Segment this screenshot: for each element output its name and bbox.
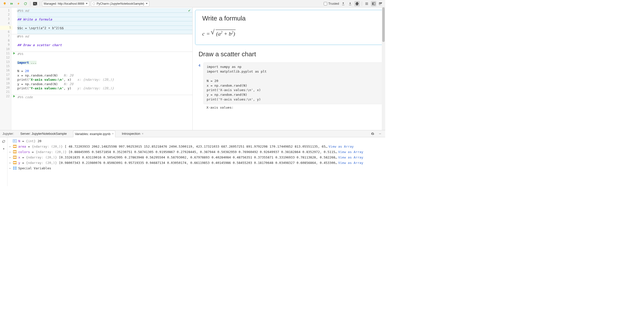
chevron-down-icon — [146, 3, 148, 4]
code-line[interactable]: ## Write a formula — [17, 17, 192, 21]
trusted-checkbox-input[interactable] — [324, 2, 327, 5]
jupyter-label: Jupyter: — [2, 132, 14, 135]
code-line[interactable]: x = np.random.rand(N) N: 20 — [17, 73, 192, 77]
chevron-down-icon — [86, 3, 88, 4]
tab-server[interactable]: Server: JupyterNotebookSample — [19, 130, 68, 137]
line-number[interactable]: 8 — [0, 38, 11, 43]
line-number[interactable]: 3 — [0, 17, 11, 21]
code-line[interactable]: #%% — [17, 52, 192, 56]
line-number[interactable]: 12 — [0, 55, 11, 60]
code-line[interactable]: print('X-axis values:\n', x) x: {ndarray… — [17, 77, 192, 82]
line-number[interactable]: 15 — [0, 64, 11, 68]
code-line[interactable]: $$c = \sqrt(a^2 + b^2)$$ — [17, 26, 192, 30]
server-dropdown-label: Managed: http://localhost:8888 — [44, 2, 84, 5]
settings-icon[interactable] — [1, 146, 6, 152]
jupyter-tabs: Jupyter: Server: JupyterNotebookSample V… — [0, 130, 385, 137]
preview-scrollbar[interactable] — [382, 7, 385, 130]
ndarray-type-icon — [13, 155, 17, 159]
notebook-toolbar: DL Managed: http://localhost:8888 PyChar… — [0, 0, 385, 7]
line-number[interactable]: 2 — [0, 12, 11, 17]
code-only-view-icon[interactable] — [364, 1, 370, 6]
code-line[interactable]: y = np.random.rand(N) N: 20 — [17, 82, 192, 86]
variable-row[interactable]: ▸ colors = {ndarray: (20,)} [0.88845995 … — [10, 149, 383, 155]
svg-text:DL: DL — [34, 3, 36, 4]
refresh-icon[interactable] — [1, 139, 6, 144]
code-line[interactable] — [17, 21, 192, 25]
ndarray-type-icon — [13, 145, 17, 148]
view-as-array-link[interactable]: View as Array — [328, 145, 354, 148]
line-number[interactable]: 18 — [0, 77, 11, 81]
preview-markdown-cell[interactable]: Write a formula c= (a2 + b2) — [195, 10, 383, 45]
download-icon[interactable] — [348, 1, 353, 6]
bulb-icon[interactable] — [2, 1, 8, 6]
close-icon[interactable]: × — [112, 132, 114, 135]
upload-icon[interactable] — [340, 1, 346, 6]
code-line[interactable] — [17, 39, 192, 43]
line-number[interactable]: 4 — [0, 21, 11, 25]
line-number[interactable]: 13+ — [0, 60, 11, 64]
kernel-status-icon — [92, 2, 95, 5]
variable-row[interactable]: 01 N = {int} 20 — [10, 138, 383, 144]
line-number[interactable]: 10 — [0, 47, 11, 51]
trusted-label: Trusted — [328, 2, 339, 5]
code-line[interactable] — [17, 65, 192, 69]
inspection-ok-icon: ✔ — [188, 8, 190, 12]
int-type-icon: 01 — [13, 139, 17, 143]
preview-only-view-icon[interactable] — [378, 1, 383, 6]
trusted-checkbox[interactable]: Trusted — [324, 2, 339, 5]
code-line[interactable]: #%% code — [17, 95, 192, 99]
code-line[interactable]: N = 20 — [17, 69, 192, 73]
view-as-array-link[interactable]: View as Array — [338, 161, 363, 165]
code-line[interactable] — [17, 90, 192, 94]
view-as-array-link[interactable]: View as Array — [338, 150, 363, 154]
variable-row[interactable]: ▸ x = {ndarray: (20,)} [0.33261835 0.631… — [10, 155, 383, 160]
preview-code-cell[interactable]: 4 import numpy as np import matplotlib.p… — [195, 62, 383, 104]
restart-kernel-icon[interactable] — [23, 1, 28, 6]
variables-tree[interactable]: 01 N = {int} 20 ▸ area = {ndarray: (20,)… — [8, 137, 385, 186]
line-number[interactable]: 20 — [0, 86, 11, 90]
code-editor[interactable]: ✔ #%% md ## Write a formula $$c = \sqrt(… — [11, 7, 192, 130]
minimize-icon[interactable] — [377, 131, 383, 136]
line-number[interactable]: 5 — [0, 26, 12, 30]
datalore-icon[interactable]: DL — [32, 1, 38, 6]
code-line[interactable]: #%% md — [17, 8, 192, 12]
code-line[interactable] — [17, 30, 192, 34]
line-number[interactable]: 17 — [0, 73, 11, 77]
code-line[interactable] — [17, 12, 192, 17]
variable-row[interactable]: ▸ area = {ndarray: (20,)} [ 48.72203933 … — [10, 144, 383, 149]
code-line[interactable] — [17, 56, 192, 60]
line-number[interactable]: 16 — [0, 68, 11, 72]
code-line[interactable]: #%% md — [17, 34, 192, 38]
tab-introspection[interactable]: Introspection× — [120, 130, 145, 137]
line-number[interactable]: 7− — [0, 34, 11, 38]
code-line[interactable] — [17, 47, 192, 52]
variable-row[interactable]: ▸ Special Variables — [10, 165, 383, 171]
line-number[interactable]: 21 — [0, 90, 11, 94]
variables-side-toolbar — [0, 137, 8, 186]
interrupt-icon[interactable] — [16, 1, 21, 6]
gear-icon[interactable] — [370, 131, 375, 136]
preview-heading: Draw a scatter chart — [198, 50, 383, 58]
close-icon[interactable]: × — [142, 132, 144, 135]
code-line[interactable]: ## Draw a scatter chart — [17, 43, 192, 47]
line-number[interactable]: 9 — [0, 43, 11, 47]
line-number[interactable]: 22 — [0, 94, 11, 98]
variable-row[interactable]: ▸ y = {ndarray: (20,)} [0.98007343 0.219… — [10, 160, 383, 165]
line-number[interactable]: 11 — [0, 51, 11, 55]
split-view-icon[interactable] — [371, 1, 376, 6]
kernel-dropdown[interactable]: PyCharm (JupyterNotebookSample) — [91, 1, 150, 6]
svg-rect-6 — [379, 134, 381, 134]
scrollbar-thumb[interactable] — [382, 7, 385, 42]
code-line[interactable]: print('Y-axis values:\n', y) y: {ndarray… — [17, 86, 192, 90]
code-line[interactable]: import ... — [17, 60, 192, 65]
line-number[interactable]: 1− — [0, 8, 11, 12]
view-as-array-link[interactable]: View as Array — [338, 155, 363, 159]
line-number[interactable]: 6 — [0, 30, 11, 34]
tab-variables[interactable]: Variables: example.ipynb× — [73, 131, 115, 137]
server-dropdown[interactable]: Managed: http://localhost:8888 — [42, 1, 90, 6]
preview-output: X-axis values: — [204, 104, 383, 109]
run-all-icon[interactable] — [9, 1, 14, 6]
editor-gutter: 1− 2 3 4 5 6 7− 8 9 10 11 12 13+ 15 16 1… — [0, 7, 11, 130]
line-number[interactable]: 19 — [0, 81, 11, 86]
sync-scroll-icon[interactable] — [354, 1, 360, 6]
